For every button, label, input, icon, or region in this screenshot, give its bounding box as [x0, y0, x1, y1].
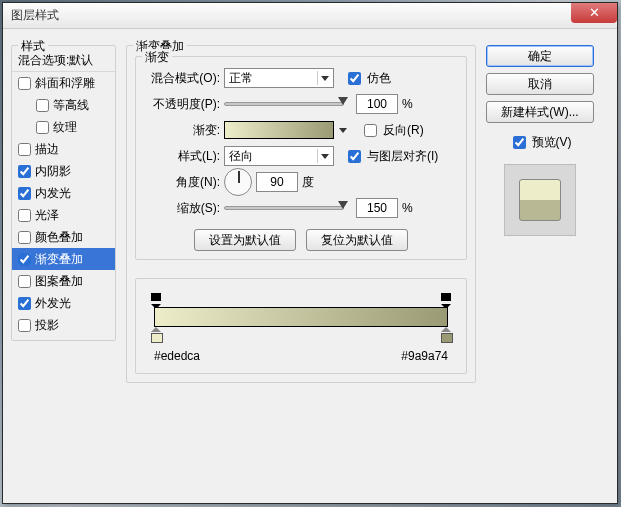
style-item-label: 描边 [35, 141, 59, 158]
style-item[interactable]: 描边 [12, 138, 115, 160]
options-panel: 渐变叠加 渐变 混合模式(O): 正常 仿色 不透明度(P): [116, 39, 476, 493]
gradient-editor: #ededca #9a9a74 [135, 278, 467, 374]
style-item-label: 纹理 [53, 119, 77, 136]
chevron-down-icon[interactable] [336, 123, 350, 137]
blend-mode-combo[interactable]: 正常 [224, 68, 334, 88]
action-panel: 确定 取消 新建样式(W)... 预览(V) [476, 39, 594, 493]
style-item-label: 斜面和浮雕 [35, 75, 95, 92]
style-item[interactable]: 外发光 [12, 292, 115, 314]
opacity-label: 不透明度(P): [144, 96, 224, 113]
titlebar[interactable]: 图层样式 ✕ [3, 3, 617, 29]
window-title: 图层样式 [11, 7, 59, 24]
style-item[interactable]: 纹理 [12, 116, 115, 138]
styles-legend: 样式 [18, 38, 48, 55]
style-item-checkbox[interactable] [18, 165, 31, 178]
layer-style-dialog: 图层样式 ✕ 样式 混合选项:默认 斜面和浮雕等高线纹理描边内阴影内发光光泽颜色… [2, 2, 618, 504]
style-item-checkbox[interactable] [36, 99, 49, 112]
style-item-checkbox[interactable] [18, 77, 31, 90]
style-item-checkbox[interactable] [18, 209, 31, 222]
scale-input[interactable]: 150 [356, 198, 398, 218]
style-combo[interactable]: 径向 [224, 146, 334, 166]
style-item-label: 渐变叠加 [35, 251, 83, 268]
opacity-slider[interactable] [224, 102, 344, 106]
reset-default-button[interactable]: 复位为默认值 [306, 229, 408, 251]
gradient-swatch[interactable] [224, 121, 334, 139]
dither-checkbox[interactable]: 仿色 [344, 69, 391, 88]
style-item-checkbox[interactable] [18, 143, 31, 156]
style-item-checkbox[interactable] [18, 275, 31, 288]
style-item[interactable]: 等高线 [12, 94, 115, 116]
opacity-input[interactable]: 100 [356, 94, 398, 114]
hex-left: #ededca [154, 349, 200, 363]
new-style-button[interactable]: 新建样式(W)... [486, 101, 594, 123]
style-item-label: 投影 [35, 317, 59, 334]
style-item-checkbox[interactable] [18, 187, 31, 200]
styles-panel: 样式 混合选项:默认 斜面和浮雕等高线纹理描边内阴影内发光光泽颜色叠加渐变叠加图… [11, 39, 116, 493]
style-item[interactable]: 光泽 [12, 204, 115, 226]
angle-label: 角度(N): [144, 174, 224, 191]
chevron-down-icon [317, 149, 331, 163]
style-label: 样式(L): [144, 148, 224, 165]
gradient-legend: 渐变 [142, 49, 172, 66]
style-item-label: 图案叠加 [35, 273, 83, 290]
set-default-button[interactable]: 设置为默认值 [194, 229, 296, 251]
cancel-button[interactable]: 取消 [486, 73, 594, 95]
angle-dial[interactable] [224, 168, 252, 196]
style-item-checkbox[interactable] [18, 319, 31, 332]
chevron-down-icon [317, 71, 331, 85]
style-item-checkbox[interactable] [18, 253, 31, 266]
style-item[interactable]: 颜色叠加 [12, 226, 115, 248]
style-item[interactable]: 斜面和浮雕 [12, 72, 115, 94]
opacity-stop-left[interactable] [150, 293, 162, 305]
reverse-checkbox[interactable]: 反向(R) [360, 121, 424, 140]
style-item-label: 光泽 [35, 207, 59, 224]
close-button[interactable]: ✕ [571, 3, 617, 23]
color-stop-right[interactable] [440, 331, 452, 343]
style-item[interactable]: 投影 [12, 314, 115, 336]
gradient-bar[interactable] [154, 307, 448, 327]
style-item-checkbox[interactable] [36, 121, 49, 134]
ok-button[interactable]: 确定 [486, 45, 594, 67]
opacity-stop-right[interactable] [440, 293, 452, 305]
style-item[interactable]: 图案叠加 [12, 270, 115, 292]
style-item-label: 等高线 [53, 97, 89, 114]
scale-slider[interactable] [224, 206, 344, 210]
color-stop-left[interactable] [150, 331, 162, 343]
gradient-label: 渐变: [144, 122, 224, 139]
style-item-label: 内发光 [35, 185, 71, 202]
style-item[interactable]: 内阴影 [12, 160, 115, 182]
preview-thumbnail [504, 164, 576, 236]
style-item-label: 外发光 [35, 295, 71, 312]
angle-input[interactable]: 90 [256, 172, 298, 192]
align-checkbox[interactable]: 与图层对齐(I) [344, 147, 438, 166]
style-item-label: 颜色叠加 [35, 229, 83, 246]
blend-mode-label: 混合模式(O): [144, 70, 224, 87]
style-item[interactable]: 渐变叠加 [12, 248, 115, 270]
style-item[interactable]: 内发光 [12, 182, 115, 204]
style-item-label: 内阴影 [35, 163, 71, 180]
hex-right: #9a9a74 [401, 349, 448, 363]
style-item-checkbox[interactable] [18, 231, 31, 244]
style-item-checkbox[interactable] [18, 297, 31, 310]
scale-label: 缩放(S): [144, 200, 224, 217]
preview-checkbox[interactable]: 预览(V) [509, 133, 572, 152]
